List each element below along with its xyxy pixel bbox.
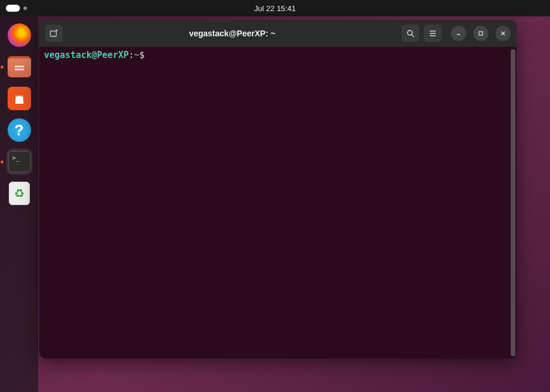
new-tab-icon: [49, 29, 59, 38]
search-button[interactable]: [402, 25, 419, 42]
titlebar[interactable]: vegastack@PeerXP: ~: [39, 20, 517, 47]
minimize-icon: [456, 30, 461, 36]
prompt-user-host: vegastack@PeerXP: [44, 50, 129, 60]
scrollbar[interactable]: [511, 49, 515, 356]
activities-button[interactable]: [6, 5, 20, 12]
firefox-icon: [8, 23, 31, 47]
terminal-body[interactable]: vegastack@PeerXP:~$: [39, 47, 517, 359]
trash-icon: ♻: [9, 182, 30, 205]
svg-rect-0: [50, 31, 56, 36]
prompt-symbol: $: [140, 50, 145, 60]
svg-line-2: [412, 35, 414, 37]
hamburger-menu-button[interactable]: [424, 25, 442, 42]
help-icon: ?: [8, 118, 31, 142]
dock-item-files[interactable]: [6, 54, 32, 80]
workspace-indicator[interactable]: [23, 6, 27, 10]
maximize-icon: [478, 30, 484, 36]
dock-item-software[interactable]: [6, 86, 32, 111]
shopping-bag-icon: [12, 91, 26, 105]
search-icon: [406, 29, 415, 38]
svg-point-1: [408, 30, 412, 35]
dock-item-trash[interactable]: ♻: [6, 180, 32, 206]
dock-item-firefox[interactable]: [6, 22, 32, 48]
terminal-icon: [8, 151, 30, 172]
recycle-icon: ♻: [14, 186, 25, 200]
close-icon: [500, 30, 506, 36]
hamburger-icon: [429, 29, 437, 38]
top-panel: Jul 22 15:41: [0, 0, 550, 16]
minimize-button[interactable]: [451, 26, 466, 41]
terminal-window: vegastack@PeerXP: ~: [39, 20, 517, 359]
svg-rect-7: [479, 32, 483, 35]
maximize-button[interactable]: [473, 26, 488, 41]
prompt-path: ~: [134, 50, 140, 60]
dock-item-terminal[interactable]: [6, 149, 32, 175]
dock-item-help[interactable]: ?: [6, 117, 32, 143]
prompt-separator: :: [129, 50, 134, 60]
dock: ? ♻: [0, 16, 38, 392]
close-button[interactable]: [495, 26, 511, 41]
clock[interactable]: Jul 22 15:41: [254, 4, 296, 13]
files-icon: [8, 56, 31, 77]
new-tab-button[interactable]: [45, 25, 63, 42]
software-center-icon: [8, 87, 31, 110]
window-title: vegastack@PeerXP: ~: [67, 29, 397, 38]
